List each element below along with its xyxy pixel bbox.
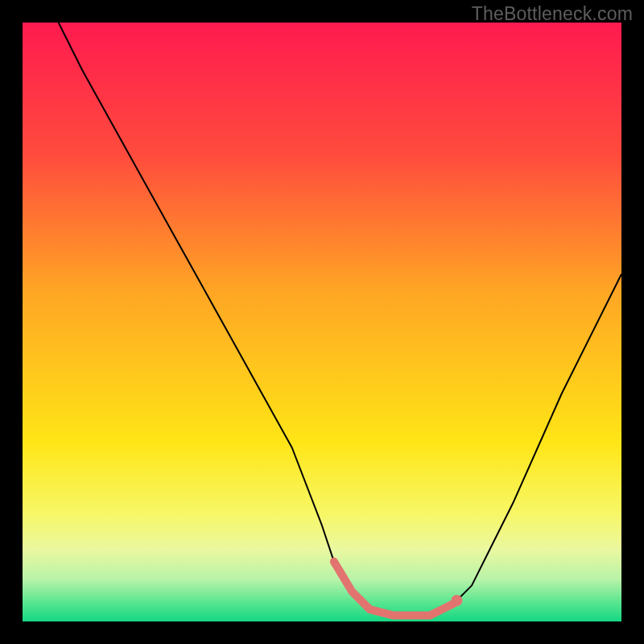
chart-svg	[23, 23, 621, 621]
gradient-background	[23, 23, 621, 621]
watermark-label: TheBottleneck.com	[472, 3, 633, 25]
plot-area	[23, 23, 621, 621]
chart-frame: TheBottleneck.com	[0, 0, 644, 644]
optimal-endpoint-marker	[451, 595, 462, 606]
